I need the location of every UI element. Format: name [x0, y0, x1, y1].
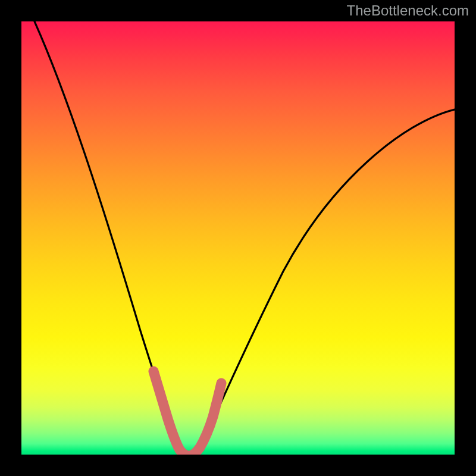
chart-frame: TheBottleneck.com — [0, 0, 476, 476]
curves-svg — [21, 21, 455, 455]
bottleneck-curve-line — [35, 21, 455, 453]
optimal-marker-line — [154, 371, 221, 455]
chart-plot-area — [21, 21, 455, 455]
watermark-text: TheBottleneck.com — [347, 2, 469, 19]
